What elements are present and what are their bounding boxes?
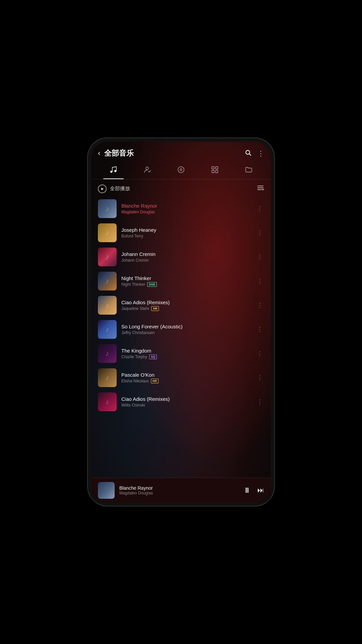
list-item[interactable]: ♪ Johann Cremin Johann Cremin ⋮ bbox=[91, 245, 271, 269]
song-title: So Long Forever (Acoustic) bbox=[121, 324, 251, 329]
svg-rect-7 bbox=[212, 167, 214, 169]
now-playing-artist: Magdalen Douglas bbox=[119, 491, 239, 495]
tab-albums[interactable] bbox=[164, 163, 198, 179]
list-item[interactable]: ♪ The Kingdom Charlie Torphy SQ ⋮ bbox=[91, 341, 271, 366]
tab-songs[interactable] bbox=[97, 163, 130, 179]
app-content: ‹ 全部音乐 ⋮ bbox=[91, 142, 271, 502]
more-menu-icon[interactable]: ⋮ bbox=[257, 149, 264, 158]
song-more-button[interactable]: ⋮ bbox=[255, 348, 264, 359]
song-thumbnail: ♪ bbox=[98, 296, 117, 315]
song-artist: Jeffry Christiansen bbox=[121, 330, 155, 335]
now-playing-thumbnail: 🎵 bbox=[98, 482, 115, 499]
play-all-button[interactable] bbox=[98, 184, 107, 193]
song-more-button[interactable]: ⋮ bbox=[255, 373, 264, 383]
tab-playlists[interactable] bbox=[198, 163, 232, 179]
song-thumbnail: ♪ bbox=[98, 320, 117, 339]
svg-point-6 bbox=[180, 169, 182, 171]
song-artist: Jaqueline Stehr bbox=[121, 306, 149, 311]
play-all-label: 全部播放 bbox=[110, 185, 253, 192]
song-info: Joseph Heaney Buford Terry bbox=[121, 227, 251, 238]
quality-badge: HR bbox=[151, 306, 159, 311]
song-thumbnail: ♪ bbox=[98, 272, 117, 290]
thumb-icon: ♪ bbox=[98, 368, 117, 387]
thumb-icon: ♪ bbox=[98, 223, 117, 242]
thumb-icon: ♪ bbox=[98, 296, 117, 315]
song-thumbnail: ♪ bbox=[98, 344, 117, 363]
thumb-icon: ♪ bbox=[98, 320, 117, 339]
song-info: Blanche Raynor Magdalen Douglas bbox=[121, 203, 251, 214]
song-artist: Willis Osinski bbox=[121, 403, 145, 408]
song-artist: Elisha Nikolaus bbox=[121, 379, 149, 383]
song-meta: Johann Cremin bbox=[121, 258, 251, 263]
song-more-button[interactable]: ⋮ bbox=[255, 397, 264, 407]
song-info: So Long Forever (Acoustic) Jeffry Christ… bbox=[121, 324, 251, 335]
song-thumbnail: ♪ bbox=[98, 368, 117, 387]
playlists-tab-icon bbox=[211, 166, 219, 176]
pause-button[interactable]: ⏸ bbox=[243, 486, 251, 495]
tab-folders[interactable] bbox=[232, 163, 265, 179]
now-playing-bar[interactable]: 🎵 Blanche Raynor Magdalen Douglas ⏸ ⏭ bbox=[91, 478, 271, 502]
svg-point-3 bbox=[114, 170, 116, 172]
song-artist: Buford Terry bbox=[121, 234, 143, 238]
now-playing-info: Blanche Raynor Magdalen Douglas bbox=[119, 485, 239, 495]
song-more-button[interactable]: ⋮ bbox=[255, 228, 264, 238]
song-more-button[interactable]: ⋮ bbox=[255, 300, 264, 310]
header-actions: ⋮ bbox=[245, 149, 264, 158]
quality-badge: DSD bbox=[147, 282, 157, 287]
list-item[interactable]: ♪ So Long Forever (Acoustic) Jeffry Chri… bbox=[91, 317, 271, 341]
thumb-icon: ♪ bbox=[98, 248, 117, 266]
header: ‹ 全部音乐 ⋮ bbox=[91, 142, 271, 162]
songs-tab-icon bbox=[109, 166, 117, 176]
list-item[interactable]: ♪ Night Thinker Night Thinker DSD ⋮ bbox=[91, 269, 271, 293]
song-title: Night Thinker bbox=[121, 275, 251, 281]
song-artist: Charlie Torphy bbox=[121, 355, 147, 359]
song-thumbnail: ♪ bbox=[98, 392, 117, 411]
song-title: Ciao Adios (Remixes) bbox=[121, 300, 251, 305]
list-item[interactable]: ♪ Ciao Adios (Remixes) Willis Osinski ⋮ bbox=[91, 390, 271, 414]
sort-icon[interactable] bbox=[257, 184, 264, 193]
phone-device: ‹ 全部音乐 ⋮ bbox=[87, 138, 275, 506]
thumb-icon: ♪ bbox=[98, 392, 117, 411]
song-title: Ciao Adios (Remixes) bbox=[121, 396, 251, 402]
song-info: The Kingdom Charlie Torphy SQ bbox=[121, 348, 251, 359]
artists-tab-icon bbox=[143, 166, 151, 176]
song-artist: Magdalen Douglas bbox=[121, 210, 155, 214]
list-item[interactable]: ♪ Joseph Heaney Buford Terry ⋮ bbox=[91, 221, 271, 245]
song-info: Pascale O'Kon Elisha Nikolaus HR bbox=[121, 372, 251, 383]
song-info: Ciao Adios (Remixes) Willis Osinski bbox=[121, 396, 251, 408]
song-more-button[interactable]: ⋮ bbox=[255, 252, 264, 262]
list-item[interactable]: ♪ Blanche Raynor Magdalen Douglas ⋮ bbox=[91, 197, 271, 221]
svg-point-2 bbox=[110, 171, 112, 173]
back-button[interactable]: ‹ bbox=[98, 149, 100, 158]
song-title: The Kingdom bbox=[121, 348, 251, 354]
list-item[interactable]: ♪ Ciao Adios (Remixes) Jaqueline Stehr H… bbox=[91, 293, 271, 317]
song-more-button[interactable]: ⋮ bbox=[255, 324, 264, 334]
svg-point-5 bbox=[178, 167, 184, 173]
song-meta: Jeffry Christiansen bbox=[121, 330, 251, 335]
song-more-button[interactable]: ⋮ bbox=[255, 276, 264, 286]
song-thumbnail: ♪ bbox=[98, 248, 117, 266]
song-artist: Night Thinker bbox=[121, 282, 145, 287]
song-thumbnail: ♪ bbox=[98, 199, 117, 218]
svg-rect-8 bbox=[216, 167, 218, 169]
song-more-button[interactable]: ⋮ bbox=[255, 204, 264, 214]
svg-point-4 bbox=[146, 167, 148, 170]
list-item[interactable]: ♪ Pascale O'Kon Elisha Nikolaus HR ⋮ bbox=[91, 366, 271, 390]
folders-tab-icon bbox=[245, 166, 253, 176]
albums-tab-icon bbox=[177, 166, 185, 176]
quality-badge: HR bbox=[151, 379, 159, 383]
quality-badge: SQ bbox=[149, 355, 157, 359]
song-info: Ciao Adios (Remixes) Jaqueline Stehr HR bbox=[121, 300, 251, 311]
song-title: Pascale O'Kon bbox=[121, 372, 251, 378]
tab-bar bbox=[91, 162, 271, 179]
thumb-icon: ♪ bbox=[98, 199, 117, 218]
song-title: Johann Cremin bbox=[121, 251, 251, 257]
song-title: Joseph Heaney bbox=[121, 227, 251, 233]
thumb-icon: ♪ bbox=[98, 344, 117, 363]
phone-screen: ‹ 全部音乐 ⋮ bbox=[91, 142, 271, 502]
thumb-icon: ♪ bbox=[98, 272, 117, 290]
song-thumbnail: ♪ bbox=[98, 223, 117, 242]
next-button[interactable]: ⏭ bbox=[257, 486, 264, 494]
tab-artists[interactable] bbox=[130, 163, 164, 179]
search-icon[interactable] bbox=[245, 149, 251, 158]
